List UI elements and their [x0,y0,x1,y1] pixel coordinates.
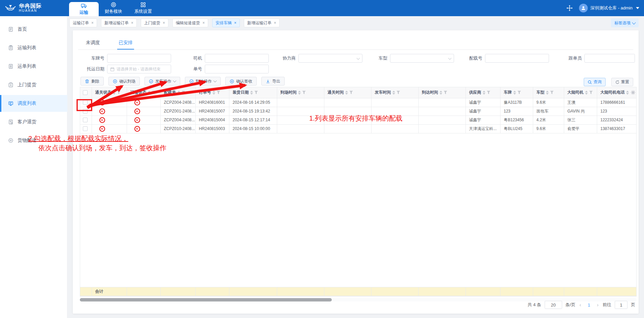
tag-arrange-vehicle[interactable]: 安排车辆 [212,19,240,27]
close-icon[interactable] [274,21,276,25]
table-row[interactable]: ZCPZ001-2408... HR240815007 2024-08-15 1… [80,107,636,116]
close-icon[interactable] [131,21,133,25]
calendar-icon [110,67,115,71]
reset-button[interactable]: 重置 [611,78,633,86]
page-size-input[interactable]: 20 [545,301,562,309]
tag-transport-orders[interactable]: 运输订单 [69,19,97,27]
partner-label: 协力商 [272,55,296,61]
ship-date-range-picker[interactable]: 请选择开始 - 请选择结束 [107,65,171,73]
tab-arranged[interactable]: 已安排 [119,37,133,49]
row-checkbox[interactable] [83,118,88,122]
cell-driver-phone: 1222332424 [597,116,636,124]
filter-icon[interactable] [396,91,400,94]
menu-transport-label: 运输 [79,9,88,15]
grid-icon [140,2,146,8]
sort-icon[interactable] [213,91,215,95]
reach-ops-dropdown[interactable]: 到达操作 [185,77,221,86]
table-row[interactable]: ZCPZ010-2408... HR240815003 2024-08-15 1… [80,124,636,133]
filter-icon[interactable] [487,91,490,94]
data-grid: 通关状态 运输状态 配载号 订单号 装货日期 到场时间 通关时间 发车时间 到达… [80,87,636,133]
close-icon[interactable] [91,21,94,25]
sidebar-item-transport-list[interactable]: 运输列表 [0,39,67,56]
sort-icon[interactable] [585,91,588,95]
sidebar-item-door-pickup[interactable]: 上门提货 [0,76,67,93]
col-supplier: 供应商 [469,90,481,95]
partner-select[interactable] [298,54,362,63]
reach-ops-label: 到达操作 [196,78,212,84]
sort-icon[interactable] [148,91,151,95]
goto-page-input[interactable]: 1 [615,301,627,309]
sort-icon[interactable] [546,91,549,95]
filter-icon[interactable] [517,91,521,94]
filter-icon[interactable] [349,91,353,94]
gear-icon[interactable] [631,90,636,95]
driver-input[interactable] [205,54,269,63]
sidebar-item-dispatch-list[interactable]: 调度列表 [0,95,67,112]
filter-icon[interactable] [550,91,554,94]
sidebar-item-waybill-list[interactable]: 运单列表 [0,58,67,75]
table-row[interactable]: ZCPZ004-2408... HR240816001 2024-08-16 1… [80,98,636,107]
sort-icon[interactable] [178,91,180,95]
sort-icon[interactable] [483,91,485,95]
menu-finance-label: 财务模块 [105,8,122,14]
sort-icon[interactable] [440,91,442,95]
vehicle-type-select[interactable] [390,54,454,63]
cell-vehicle-type: 9.6米 [533,98,564,107]
row-checkbox[interactable] [83,109,88,114]
row-checkbox[interactable] [83,100,88,105]
plate-input[interactable] [107,54,171,63]
order-no-input[interactable] [205,65,269,73]
cell-reach-time [418,107,465,116]
row-checkbox[interactable] [83,126,88,131]
filter-icon[interactable] [444,91,447,94]
close-icon[interactable] [202,21,205,25]
tag-edit-shorthaul-pickup[interactable]: 编辑短途提货 [172,19,208,27]
filter-icon[interactable] [589,91,593,94]
filter-icon[interactable] [152,91,156,94]
select-all-checkbox[interactable] [83,90,88,95]
sort-icon[interactable] [626,91,629,95]
stowage-input[interactable] [485,54,549,63]
current-page[interactable]: 1 [585,303,593,308]
close-icon[interactable] [234,21,236,25]
filter-icon[interactable] [217,91,220,94]
prev-page-button[interactable] [579,302,582,308]
close-icon[interactable] [163,21,165,25]
follower-input[interactable] [584,54,635,63]
sidebar-item-customer-returns[interactable]: 客户退货 [0,114,67,130]
export-button[interactable]: 导出 [261,77,285,86]
tab-unscheduled[interactable]: 未调度 [86,37,100,49]
sort-icon[interactable] [513,91,516,95]
sort-icon[interactable] [345,91,348,95]
confirm-sign-button[interactable]: 确认签收 [225,77,257,86]
tag-options-button[interactable]: 标签选项 [611,19,639,27]
filter-icon[interactable] [117,91,121,94]
tag-new-transport-order[interactable]: 新增运输订单 [101,19,137,27]
sort-icon[interactable] [298,91,301,95]
confirm-arrive-button[interactable]: 确认到场 [108,77,140,86]
filter-icon[interactable] [182,91,185,94]
menu-finance[interactable]: 财务模块 [99,0,128,16]
sort-icon[interactable] [392,91,395,95]
move-icon[interactable] [566,5,573,11]
sort-icon[interactable] [250,91,253,95]
next-page-button[interactable] [596,302,599,308]
tag-new-transport-order-2[interactable]: 新增运输订单 [244,19,280,27]
sidebar-item-home[interactable]: 首页 [0,21,67,38]
col-mainland-driver: 大陆司机 [568,90,584,95]
menu-system-settings[interactable]: 系统设置 [128,0,158,16]
user-menu[interactable]: 深圳测试仓库 - admin [579,4,639,12]
scrollbar-thumb[interactable] [80,298,332,301]
table-row[interactable]: ZCPZ004-2408... HR240815004 2024-08-15 1… [80,116,636,124]
tag-door-pickup[interactable]: 上门提货 [141,19,168,27]
delete-button[interactable]: 删除 [80,77,104,86]
sidebar-item-goods-delivery[interactable]: 货物配送 [0,132,67,149]
depart-ops-dropdown[interactable]: 发车操作 [144,77,180,86]
query-button[interactable]: 查询 [584,78,606,86]
menu-transport[interactable]: 运输 [69,2,99,16]
filter-icon[interactable] [302,91,306,94]
filter-icon[interactable] [254,91,258,94]
cell-customs-time [324,107,371,116]
sort-icon[interactable] [113,91,116,95]
cell-stowage-no: ZCPZ004-2408... [160,116,195,124]
